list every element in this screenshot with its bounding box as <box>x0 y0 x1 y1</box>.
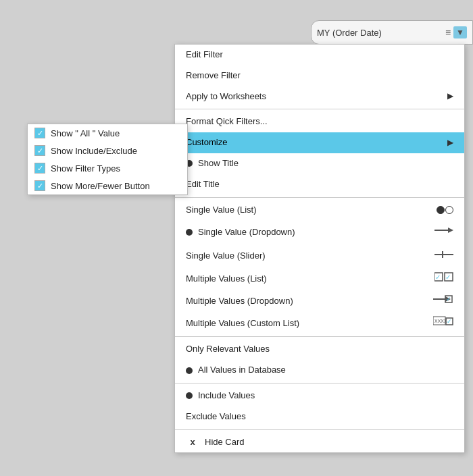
svg-text:✓: ✓ <box>446 296 451 302</box>
svg-text:✓: ✓ <box>445 273 451 281</box>
menu-label-single-value-dropdown: Single Value (Dropdown) <box>198 226 295 240</box>
bullet-include-values-icon <box>186 392 193 399</box>
menu-label-single-value-slider: Single Value (Slider) <box>186 249 266 263</box>
header-title: MY (Order Date) <box>317 28 382 38</box>
menu-label-multiple-values-list: Multiple Values (List) <box>186 272 267 286</box>
filter-header: MY (Order Date) ≡ ▼ <box>311 20 473 45</box>
custom-list-icon: XXXX ✓ <box>433 316 453 332</box>
menu-label-exclude-values: Exclude Values <box>186 410 246 424</box>
menu-item-multiple-values-custom-list[interactable]: Multiple Values (Custom List) XXXX ✓ <box>175 313 464 335</box>
menu-label-remove-filter: Remove Filter <box>186 69 241 83</box>
sub-menu-item-show-more-fewer-button[interactable]: ✓ Show More/Fewer Button <box>28 177 187 194</box>
menu-item-multiple-values-list[interactable]: Multiple Values (List) ✓ ✓ <box>175 269 464 290</box>
menu-label-all-values-database: All Values in Database <box>198 363 286 377</box>
customize-sub-menu: ✓ Show " All " Value ✓ Show Include/Excl… <box>27 124 188 195</box>
dropdown-arrow-icon[interactable]: ▼ <box>453 26 467 38</box>
sub-menu-label-show-all-value: Show " All " Value <box>51 128 120 138</box>
menu-label-show-title: Show Title <box>198 157 239 171</box>
menu-item-edit-title[interactable]: Edit Title <box>175 174 464 195</box>
svg-text:✓: ✓ <box>447 318 452 325</box>
menu-label-multiple-values-dropdown: Multiple Values (Dropdown) <box>186 294 293 309</box>
menu-label-hide-card: Hide Card <box>205 435 245 450</box>
sub-menu-item-show-filter-types[interactable]: ✓ Show Filter Types <box>28 159 187 177</box>
menu-label-format-quick-filters: Format Qick Filters... <box>186 115 268 129</box>
check-list-icon: ✓ ✓ <box>434 272 453 287</box>
sub-menu-item-show-include-exclude[interactable]: ✓ Show Include/Exclude <box>28 142 187 159</box>
divider-3 <box>175 336 464 337</box>
menu-item-edit-filter[interactable]: Edit Filter <box>175 45 464 65</box>
svg-text:✓: ✓ <box>435 273 441 281</box>
dropdown-line-icon <box>434 223 453 241</box>
checkbox-show-filter-types-icon: ✓ <box>34 163 45 174</box>
menu-item-include-values[interactable]: Include Values <box>175 386 464 406</box>
arrow-right-customize-icon: ▶ <box>447 136 453 149</box>
menu-item-remove-filter[interactable]: Remove Filter <box>175 65 464 86</box>
checkbox-show-all-value-icon: ✓ <box>34 128 45 138</box>
menu-item-hide-card[interactable]: x Hide Card <box>175 432 464 453</box>
menu-label-include-values: Include Values <box>198 389 255 403</box>
circle-filled-icon <box>437 206 445 214</box>
dropdown-check-icon: ✓ <box>433 294 453 309</box>
hamburger-icon[interactable]: ≡ <box>445 27 451 38</box>
checkbox-show-include-exclude-icon: ✓ <box>34 145 45 156</box>
menu-item-multiple-values-dropdown[interactable]: Multiple Values (Dropdown) ✓ <box>175 290 464 313</box>
svg-marker-1 <box>448 228 453 233</box>
sub-menu-label-show-filter-types: Show Filter Types <box>51 163 120 174</box>
menu-item-only-relevant-values[interactable]: Only Relevant Values <box>175 339 464 360</box>
x-marker-icon: x <box>186 435 199 450</box>
menu-label-single-value-list: Single Value (List) <box>186 203 257 217</box>
svg-text:XXXX: XXXX <box>434 319 447 323</box>
menu-item-show-title[interactable]: Show Title <box>175 153 464 174</box>
menu-item-exclude-values[interactable]: Exclude Values <box>175 406 464 427</box>
bullet-all-values-icon <box>186 367 193 374</box>
menu-label-edit-filter: Edit Filter <box>186 48 223 62</box>
sub-menu-item-show-all-value[interactable]: ✓ Show " All " Value <box>28 124 187 142</box>
bullet-single-dropdown-icon <box>186 229 193 236</box>
menu-item-single-value-slider[interactable]: Single Value (Slider) <box>175 244 464 269</box>
menu-item-format-quick-filters[interactable]: Format Qick Filters... <box>175 111 464 132</box>
menu-item-apply-worksheets[interactable]: Apply to Worksheets ▶ <box>175 86 464 107</box>
sub-menu-label-show-include-exclude: Show Include/Exclude <box>51 146 137 156</box>
menu-item-single-value-dropdown[interactable]: Single Value (Dropdown) <box>175 220 464 244</box>
sub-menu-label-show-more-fewer-button: Show More/Fewer Button <box>51 181 150 191</box>
radio-pair-icon <box>437 206 453 214</box>
header-icons: ≡ ▼ <box>445 26 467 38</box>
arrow-right-icon: ▶ <box>447 90 453 103</box>
circle-empty-icon <box>445 206 453 214</box>
menu-label-customize: Customize <box>186 136 227 150</box>
menu-label-edit-title: Edit Title <box>186 178 220 192</box>
slider-icon <box>434 248 453 265</box>
divider-1 <box>175 109 464 109</box>
checkbox-show-more-fewer-button-icon: ✓ <box>34 180 45 191</box>
menu-label-multiple-values-custom-list: Multiple Values (Custom List) <box>186 317 299 331</box>
menu-label-only-relevant-values: Only Relevant Values <box>186 342 270 356</box>
main-context-menu: Edit Filter Remove Filter Apply to Works… <box>174 44 465 453</box>
menu-label-apply-worksheets: Apply to Worksheets <box>186 90 266 104</box>
menu-item-customize[interactable]: Customize ▶ <box>175 132 464 153</box>
divider-4 <box>175 383 464 384</box>
divider-2 <box>175 197 464 198</box>
menu-item-single-value-list[interactable]: Single Value (List) <box>175 200 464 221</box>
divider-5 <box>175 429 464 430</box>
menu-item-all-values-database[interactable]: All Values in Database <box>175 360 464 381</box>
